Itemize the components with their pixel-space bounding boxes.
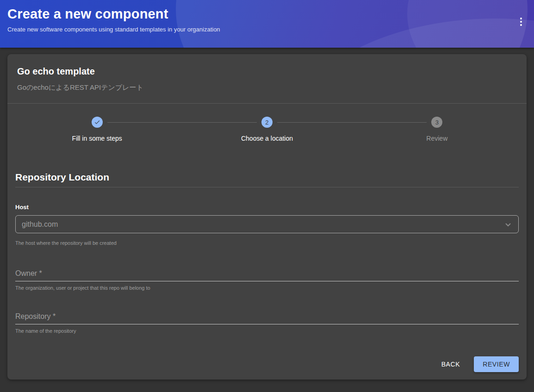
repository-location-form: Repository Location Host github.com The …	[7, 142, 527, 356]
kebab-dot	[520, 21, 522, 23]
step-label: Review	[352, 135, 522, 142]
form-actions: BACK REVIEW	[7, 356, 527, 380]
step-label: Fill in some steps	[12, 135, 182, 142]
owner-helper-text: The organization, user or project that t…	[15, 285, 519, 291]
kebab-menu-icon[interactable]	[515, 15, 528, 28]
repository-input[interactable]	[15, 324, 519, 324]
section-divider	[15, 187, 519, 187]
page-title: Create a new component	[7, 6, 527, 22]
owner-input[interactable]	[15, 281, 519, 281]
template-card: Go echo template GoのechoによるREST APIテンプレー…	[7, 54, 527, 380]
step-review[interactable]: 3 Review	[352, 117, 522, 142]
repository-helper-text: The name of the repository	[15, 328, 519, 334]
back-button[interactable]: BACK	[434, 356, 468, 372]
owner-field-group: Owner * The organization, user or projec…	[15, 269, 519, 291]
host-field-group: Host github.com The host where the repos…	[15, 204, 519, 246]
repository-label: Repository *	[15, 312, 519, 321]
step-choose-a-location[interactable]: 2 Choose a location	[182, 117, 352, 142]
step-label: Choose a location	[182, 135, 352, 142]
kebab-dot	[520, 24, 522, 26]
review-button[interactable]: REVIEW	[474, 356, 519, 372]
chevron-down-icon	[503, 219, 514, 230]
step-number-icon: 2	[261, 117, 273, 128]
page-subtitle: Create new software components using sta…	[7, 26, 527, 33]
template-card-header: Go echo template GoのechoによるREST APIテンプレー…	[7, 54, 527, 103]
host-label: Host	[15, 204, 519, 211]
check-icon	[92, 117, 103, 128]
template-subtitle: GoのechoによるREST APIテンプレート	[17, 83, 517, 92]
header-wave-decoration	[287, 19, 534, 48]
stepper: Fill in some steps 2 Choose a location 3…	[7, 104, 527, 142]
template-title: Go echo template	[17, 66, 517, 77]
section-title: Repository Location	[15, 172, 519, 183]
host-selected-value: github.com	[22, 220, 503, 229]
repository-field-group: Repository * The name of the repository	[15, 312, 519, 334]
host-helper-text: The host where the repository will be cr…	[15, 240, 519, 246]
page-header: Create a new component Create new softwa…	[0, 0, 534, 48]
kebab-dot	[520, 18, 522, 19]
host-select[interactable]: github.com	[15, 215, 519, 233]
owner-label: Owner *	[15, 269, 519, 278]
step-fill-in-some-steps[interactable]: Fill in some steps	[12, 117, 182, 142]
step-number-icon: 3	[431, 117, 442, 128]
